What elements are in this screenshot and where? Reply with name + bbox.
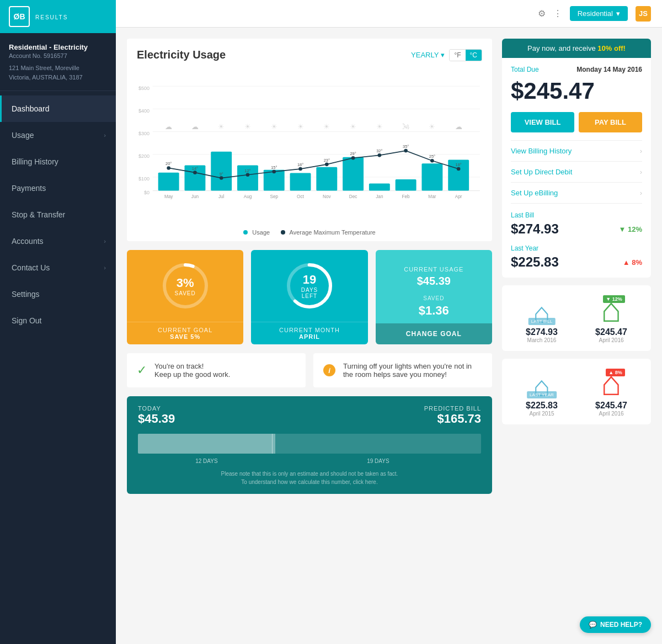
bar-dec bbox=[343, 157, 364, 191]
savings-gauge-body: 3% SAVED bbox=[127, 250, 243, 322]
compare-last-year: ⌂ LAST YEAR $225.83 April 2015 bbox=[526, 372, 558, 417]
tip-on-track: ✓ You're on track! Keep up the good work… bbox=[127, 353, 306, 387]
svg-point-32 bbox=[272, 170, 276, 174]
prediction-top: TODAY $45.39 PREDICTED BILL $165.73 bbox=[138, 405, 481, 426]
info-icon: i bbox=[323, 364, 335, 376]
sidebar-item-settings[interactable]: Settings bbox=[0, 281, 116, 307]
svg-text:☁: ☁ bbox=[191, 123, 199, 131]
sidebar-account-info: Residential - Electricity Account No. 59… bbox=[0, 33, 116, 91]
sidebar: ØB RESULTS Residential - Electricity Acc… bbox=[0, 0, 116, 644]
celsius-button[interactable]: °C bbox=[466, 50, 482, 61]
svg-text:Sep: Sep bbox=[270, 194, 278, 199]
prediction-divider bbox=[272, 434, 273, 454]
svg-point-26 bbox=[193, 171, 197, 174]
chevron-down-icon: ▾ bbox=[616, 9, 620, 18]
svg-text:$500: $500 bbox=[138, 86, 150, 91]
svg-text:☀: ☀ bbox=[244, 123, 251, 131]
svg-point-44 bbox=[430, 159, 434, 163]
current-usage-card: CURRENT USAGE $45.39 SAVED $1.36 CHANGE … bbox=[376, 250, 492, 344]
chevron-right-icon: › bbox=[104, 132, 106, 139]
setup-ebilling-link[interactable]: Set Up eBilling › bbox=[511, 183, 642, 204]
savings-goal-label: CURRENT GOAL SAVE 5% bbox=[127, 322, 243, 344]
svg-text:Dec: Dec bbox=[349, 194, 357, 199]
sidebar-item-usage[interactable]: Usage › bbox=[0, 122, 116, 148]
predicted-bill: PREDICTED BILL $165.73 bbox=[424, 405, 481, 426]
bill-card: Pay now, and receive 10% off! Total Due … bbox=[502, 39, 651, 278]
svg-text:☀: ☀ bbox=[323, 123, 330, 131]
house-current-bill-wrap: ⌂ ▼ 12% bbox=[601, 293, 621, 327]
sidebar-logo: ØB RESULTS bbox=[0, 0, 116, 33]
svg-text:$0: $0 bbox=[144, 190, 150, 195]
change-goal-button[interactable]: CHANGE GOAL bbox=[376, 323, 492, 344]
bill-actions: VIEW BILL PAY BILL bbox=[511, 112, 642, 132]
svg-text:☀: ☀ bbox=[429, 123, 435, 131]
svg-text:Nov: Nov bbox=[323, 194, 332, 199]
sidebar-nav: Dashboard Usage › Billing History Paymen… bbox=[0, 95, 116, 644]
sidebar-item-payments[interactable]: Payments bbox=[0, 175, 116, 201]
sidebar-item-contact-us[interactable]: Contact Us › bbox=[0, 254, 116, 281]
svg-text:☁: ☁ bbox=[165, 123, 172, 131]
compare-last-bill-period: March 2016 bbox=[527, 337, 557, 343]
checkmark-icon: ✓ bbox=[137, 363, 147, 377]
svg-point-34 bbox=[298, 167, 302, 171]
svg-text:35°: 35° bbox=[403, 144, 409, 149]
bill-amount: $245.47 bbox=[511, 78, 642, 104]
sidebar-item-billing-history[interactable]: Billing History bbox=[0, 148, 116, 175]
svg-point-36 bbox=[325, 163, 329, 167]
temp-legend: Average Maximum Temperature bbox=[281, 229, 376, 236]
prediction-days: 12 DAYS 19 DAYS bbox=[138, 458, 481, 464]
bar-nov bbox=[316, 167, 337, 191]
bill-due-label: Total Due bbox=[511, 66, 539, 73]
compare-current-period: April 2016 bbox=[599, 337, 623, 343]
logo-sub: RESULTS bbox=[35, 14, 68, 20]
main-column: Electricity Usage YEARLY ▾ °F °C bbox=[127, 39, 492, 633]
fahrenheit-button[interactable]: °F bbox=[450, 50, 465, 61]
svg-text:25°: 25° bbox=[429, 154, 435, 159]
chart-header: Electricity Usage YEARLY ▾ °F °C bbox=[137, 49, 482, 61]
svg-text:29°: 29° bbox=[350, 151, 356, 156]
view-bill-button[interactable]: VIEW BILL bbox=[511, 112, 574, 132]
svg-text:🌬: 🌬 bbox=[402, 123, 409, 131]
bill-body: Total Due Monday 14 May 2016 $245.47 VIE… bbox=[502, 58, 651, 278]
content-area: Electricity Usage YEARLY ▾ °F °C bbox=[116, 28, 662, 644]
right-column: Pay now, and receive 10% off! Total Due … bbox=[502, 39, 651, 633]
chevron-right-icon: › bbox=[104, 264, 106, 271]
sidebar-item-sign-out[interactable]: Sign Out bbox=[0, 307, 116, 334]
svg-point-38 bbox=[351, 156, 355, 160]
more-options-icon[interactable]: ⋮ bbox=[553, 8, 562, 19]
svg-text:Mar: Mar bbox=[428, 194, 436, 199]
bill-quick-links: View Billing History › Set Up Direct Deb… bbox=[511, 140, 642, 204]
period-selector[interactable]: YEARLY ▾ bbox=[411, 51, 445, 59]
svg-text:☁: ☁ bbox=[455, 123, 462, 131]
pay-bill-button[interactable]: PAY BILL bbox=[579, 112, 642, 132]
svg-text:Apr: Apr bbox=[455, 194, 462, 199]
svg-text:15°: 15° bbox=[271, 165, 277, 170]
view-billing-history-link[interactable]: View Billing History › bbox=[511, 141, 642, 162]
svg-text:Aug: Aug bbox=[244, 194, 252, 199]
compare-current-year-period: April 2016 bbox=[599, 411, 623, 417]
sidebar-item-stop-transfer[interactable]: Stop & Transfer bbox=[0, 201, 116, 228]
svg-point-30 bbox=[246, 173, 250, 177]
sidebar-item-accounts[interactable]: Accounts › bbox=[0, 228, 116, 254]
compare-current-bill: ⌂ ▼ 12% $245.47 April 2016 bbox=[595, 293, 627, 343]
setup-direct-debit-link[interactable]: Set Up Direct Debit › bbox=[511, 162, 642, 183]
usage-legend: Usage bbox=[243, 229, 270, 236]
svg-text:23°: 23° bbox=[324, 158, 330, 163]
residential-dropdown[interactable]: Residential ▾ bbox=[570, 6, 628, 21]
last-year-stat: Last Year $225.83 ▲ 8% bbox=[511, 244, 642, 270]
last-year-row: $225.83 ▲ 8% bbox=[511, 254, 642, 270]
svg-point-28 bbox=[220, 176, 223, 180]
svg-text:☀: ☀ bbox=[297, 123, 304, 131]
svg-text:20°: 20° bbox=[166, 161, 172, 166]
bill-due-date: Monday 14 May 2016 bbox=[576, 66, 642, 73]
svg-text:$300: $300 bbox=[138, 131, 150, 136]
last-bill-badge: LAST BILL bbox=[528, 318, 556, 325]
bill-comparison-2: ⌂ LAST YEAR $225.83 April 2015 ⌂ ▲ 8% $2… bbox=[502, 359, 651, 424]
svg-point-40 bbox=[378, 153, 382, 157]
settings-icon[interactable]: ⚙ bbox=[538, 8, 546, 19]
svg-text:32°: 32° bbox=[376, 148, 382, 153]
svg-text:18°: 18° bbox=[297, 162, 303, 167]
sidebar-item-dashboard[interactable]: Dashboard bbox=[0, 95, 116, 122]
need-help-button[interactable]: 💬 NEED HELP? bbox=[580, 616, 651, 633]
svg-text:Jun: Jun bbox=[191, 194, 199, 199]
